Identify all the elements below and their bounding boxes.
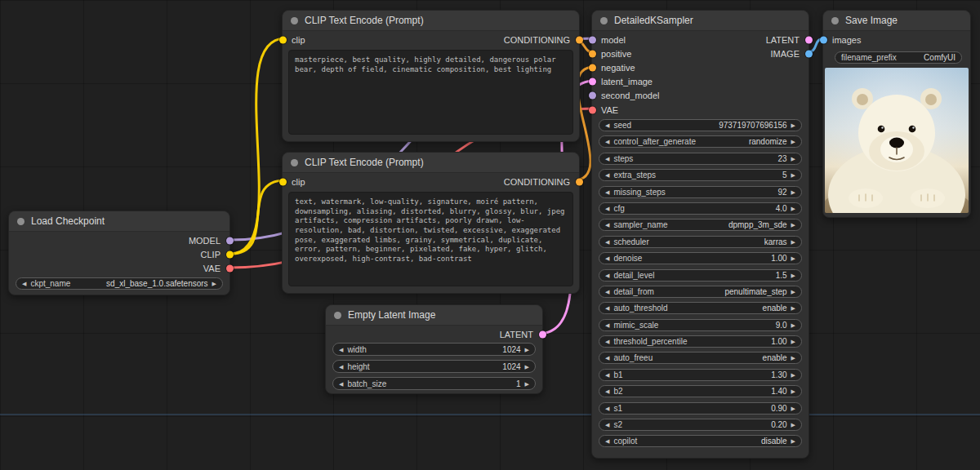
- widget-control-after-generate[interactable]: ◀ control_after_generate randomize ▶: [599, 135, 802, 148]
- increment-arrow-icon[interactable]: ▶: [212, 281, 216, 286]
- increment-arrow-icon[interactable]: ▶: [791, 406, 795, 411]
- increment-arrow-icon[interactable]: ▶: [791, 222, 795, 228]
- widget-cfg[interactable]: ◀ cfg 4.0 ▶: [599, 202, 802, 215]
- output-slot-conditioning[interactable]: CONDITIONING: [431, 33, 580, 47]
- increment-arrow-icon[interactable]: ▶: [791, 289, 795, 295]
- input-slot-images[interactable]: images: [823, 33, 970, 47]
- increment-arrow-icon[interactable]: ▶: [791, 239, 795, 245]
- node-load-checkpoint[interactable]: Load Checkpoint MODEL CLIP VAE ◀ ckpt_na…: [8, 211, 230, 295]
- node-title-bar[interactable]: DetailedKSampler: [592, 11, 808, 31]
- widget-sampler-name[interactable]: ◀ sampler_name dpmpp_3m_sde ▶: [599, 219, 802, 231]
- decrement-arrow-icon[interactable]: ◀: [605, 156, 609, 162]
- output-slot-latent[interactable]: LATENT: [326, 327, 542, 341]
- increment-arrow-icon[interactable]: ▶: [525, 381, 529, 387]
- vae-port-icon[interactable]: [589, 106, 596, 113]
- clip-port-icon[interactable]: [226, 251, 234, 258]
- output-slot-conditioning[interactable]: CONDITIONING: [431, 175, 580, 188]
- increment-arrow-icon[interactable]: ▶: [791, 255, 795, 261]
- decrement-arrow-icon[interactable]: ◀: [605, 289, 609, 295]
- decrement-arrow-icon[interactable]: ◀: [605, 322, 609, 328]
- decrement-arrow-icon[interactable]: ◀: [605, 406, 609, 411]
- decrement-arrow-icon[interactable]: ◀: [605, 339, 609, 344]
- widget-auto-freeu[interactable]: ◀ auto_freeu enable ▶: [599, 352, 802, 364]
- node-detailed-ksampler[interactable]: DetailedKSampler model positive negative…: [591, 10, 809, 459]
- increment-arrow-icon[interactable]: ▶: [525, 347, 529, 352]
- decrement-arrow-icon[interactable]: ◀: [339, 381, 343, 387]
- increment-arrow-icon[interactable]: ▶: [791, 355, 795, 361]
- output-slot-vae[interactable]: VAE: [9, 261, 229, 275]
- widget-seed[interactable]: ◀ seed 973719707696156 ▶: [599, 119, 802, 131]
- node-save-image[interactable]: Save Image images filename_prefix ComfyU…: [822, 10, 971, 218]
- decrement-arrow-icon[interactable]: ◀: [605, 172, 609, 178]
- output-slot-clip[interactable]: CLIP: [9, 247, 229, 261]
- widget-auto-threshold[interactable]: ◀ auto_threshold enable ▶: [599, 302, 802, 314]
- increment-arrow-icon[interactable]: ▶: [791, 172, 795, 178]
- input-slot-negative[interactable]: negative: [592, 60, 711, 74]
- latent-port-icon[interactable]: [805, 36, 813, 43]
- increment-arrow-icon[interactable]: ▶: [791, 438, 795, 444]
- clip-port-icon[interactable]: [279, 36, 287, 43]
- widget-s1[interactable]: ◀ s1 0.90 ▶: [599, 402, 802, 415]
- conditioning-port-icon[interactable]: [589, 64, 596, 71]
- conditioning-port-icon[interactable]: [576, 36, 583, 43]
- increment-arrow-icon[interactable]: ▶: [791, 422, 795, 428]
- decrement-arrow-icon[interactable]: ◀: [605, 122, 609, 128]
- increment-arrow-icon[interactable]: ▶: [525, 364, 529, 370]
- widget-steps[interactable]: ◀ steps 23 ▶: [599, 153, 802, 165]
- decrement-arrow-icon[interactable]: ◀: [605, 189, 609, 195]
- conditioning-port-icon[interactable]: [589, 50, 596, 57]
- node-title-bar[interactable]: Load Checkpoint: [9, 211, 229, 232]
- input-slot-clip[interactable]: clip: [283, 33, 431, 47]
- decrement-arrow-icon[interactable]: ◀: [605, 422, 609, 428]
- increment-arrow-icon[interactable]: ▶: [791, 189, 795, 195]
- conditioning-port-icon[interactable]: [576, 178, 583, 185]
- decrement-arrow-icon[interactable]: ◀: [605, 273, 609, 278]
- widget-b2[interactable]: ◀ b2 1.40 ▶: [599, 385, 802, 397]
- increment-arrow-icon[interactable]: ▶: [791, 139, 795, 144]
- output-slot-latent[interactable]: LATENT: [711, 33, 808, 47]
- collapse-dot-icon[interactable]: [600, 17, 608, 24]
- decrement-arrow-icon[interactable]: ◀: [339, 364, 343, 370]
- widget-denoise[interactable]: ◀ denoise 1.00 ▶: [599, 252, 802, 264]
- latent-port-icon[interactable]: [589, 78, 596, 86]
- image-port-icon[interactable]: [805, 50, 813, 57]
- decrement-arrow-icon[interactable]: ◀: [605, 388, 609, 394]
- widget-detail-level[interactable]: ◀ detail_level 1.5 ▶: [599, 269, 802, 282]
- node-clip-text-encode-positive[interactable]: CLIP Text Encode (Prompt) clip CONDITION…: [282, 10, 580, 142]
- node-clip-text-encode-negative[interactable]: CLIP Text Encode (Prompt) clip CONDITION…: [282, 152, 580, 294]
- output-slot-model[interactable]: MODEL: [9, 233, 229, 247]
- widget-threshold-percentile[interactable]: ◀ threshold_percentile 1.00 ▶: [599, 335, 802, 348]
- decrement-arrow-icon[interactable]: ◀: [605, 438, 609, 444]
- input-slot-positive[interactable]: positive: [592, 47, 711, 60]
- widget-extra-steps[interactable]: ◀ extra_steps 5 ▶: [599, 169, 802, 181]
- decrement-arrow-icon[interactable]: ◀: [605, 239, 609, 245]
- widget-missing-steps[interactable]: ◀ missing_steps 92 ▶: [599, 186, 802, 198]
- model-port-icon[interactable]: [589, 36, 596, 43]
- decrement-arrow-icon[interactable]: ◀: [22, 281, 26, 286]
- decrement-arrow-icon[interactable]: ◀: [605, 305, 609, 311]
- widget-copilot[interactable]: ◀ copilot disable ▶: [599, 435, 802, 447]
- input-slot-second-model[interactable]: second_model: [592, 89, 711, 103]
- decrement-arrow-icon[interactable]: ◀: [605, 139, 609, 144]
- widget-b1[interactable]: ◀ b1 1.30 ▶: [599, 369, 802, 381]
- node-title-bar[interactable]: CLIP Text Encode (Prompt): [283, 153, 579, 173]
- node-title-bar[interactable]: Save Image: [823, 11, 970, 31]
- increment-arrow-icon[interactable]: ▶: [791, 322, 795, 328]
- prompt-textarea[interactable]: text, watermark, low-quality, signature,…: [288, 192, 573, 286]
- increment-arrow-icon[interactable]: ▶: [791, 388, 795, 394]
- widget-scheduler[interactable]: ◀ scheduler karras ▶: [599, 236, 802, 248]
- decrement-arrow-icon[interactable]: ◀: [605, 222, 609, 228]
- decrement-arrow-icon[interactable]: ◀: [605, 206, 609, 211]
- clip-port-icon[interactable]: [279, 178, 287, 185]
- increment-arrow-icon[interactable]: ▶: [791, 156, 795, 162]
- node-empty-latent-image[interactable]: Empty Latent Image LATENT ◀ width 1024 ▶…: [325, 304, 543, 394]
- collapse-dot-icon[interactable]: [831, 17, 839, 24]
- increment-arrow-icon[interactable]: ▶: [791, 122, 795, 128]
- widget-width[interactable]: ◀ width 1024 ▶: [332, 343, 536, 356]
- increment-arrow-icon[interactable]: ▶: [791, 372, 795, 378]
- increment-arrow-icon[interactable]: ▶: [791, 273, 795, 278]
- widget-batch-size[interactable]: ◀ batch_size 1 ▶: [332, 377, 536, 390]
- collapse-dot-icon[interactable]: [291, 159, 298, 166]
- widget-s2[interactable]: ◀ s2 0.20 ▶: [599, 419, 802, 431]
- node-title-bar[interactable]: CLIP Text Encode (Prompt): [283, 11, 579, 31]
